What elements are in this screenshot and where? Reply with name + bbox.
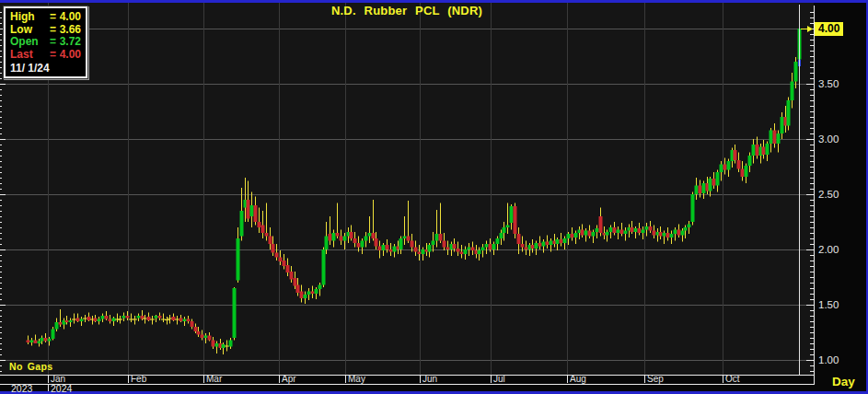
candlestick bbox=[340, 237, 343, 241]
candlestick bbox=[212, 341, 215, 347]
no-gaps-label: No Gaps bbox=[9, 361, 52, 372]
candlestick bbox=[609, 227, 613, 232]
candlestick bbox=[574, 233, 578, 238]
candlestick bbox=[485, 244, 489, 248]
candlestick bbox=[787, 100, 791, 126]
candlestick bbox=[204, 336, 208, 339]
info-row-open: Open=3.72 bbox=[10, 36, 81, 49]
candlestick bbox=[365, 237, 368, 241]
candlestick bbox=[745, 166, 748, 177]
candlestick bbox=[712, 179, 716, 186]
candlestick bbox=[258, 222, 261, 227]
ohlc-info-box: High=4.00 Low=3.66 Open=3.72 Last=4.00 1… bbox=[4, 6, 87, 78]
candlestick bbox=[336, 233, 340, 237]
candlestick bbox=[34, 341, 38, 344]
candlestick bbox=[261, 226, 265, 234]
price-chart-svg[interactable] bbox=[0, 0, 868, 394]
y-axis-label: 1.00 bbox=[818, 353, 839, 366]
last-price-badge: 4.00 bbox=[815, 22, 843, 36]
candlestick bbox=[137, 316, 141, 319]
info-value: 4.00 bbox=[59, 49, 81, 62]
timeframe-label[interactable]: Day bbox=[832, 375, 855, 388]
candlestick bbox=[237, 238, 240, 281]
candlestick bbox=[777, 133, 781, 144]
candlestick bbox=[446, 248, 450, 250]
info-label: High bbox=[10, 11, 47, 24]
candlestick bbox=[620, 230, 624, 235]
candlestick bbox=[670, 234, 674, 238]
candlestick bbox=[688, 225, 691, 228]
candlestick bbox=[322, 249, 326, 285]
candlestick bbox=[382, 245, 386, 250]
candlestick bbox=[663, 233, 666, 237]
candle-doji bbox=[72, 319, 76, 320]
candlestick bbox=[233, 288, 237, 338]
candlestick bbox=[720, 165, 723, 173]
x-axis-month-label: Feb bbox=[131, 375, 146, 384]
candlestick bbox=[709, 179, 712, 191]
candlestick bbox=[311, 292, 315, 295]
y-axis-label: 2.50 bbox=[818, 188, 839, 201]
candlestick bbox=[617, 230, 620, 234]
candlestick bbox=[41, 338, 44, 342]
candlestick bbox=[222, 344, 226, 348]
candlestick bbox=[105, 316, 109, 319]
candlestick bbox=[691, 194, 695, 222]
candlestick bbox=[443, 241, 446, 248]
candlestick bbox=[781, 117, 784, 133]
candlestick bbox=[272, 244, 275, 253]
candlestick bbox=[27, 341, 30, 343]
candlestick bbox=[727, 161, 731, 170]
candlestick bbox=[599, 216, 603, 233]
candlestick bbox=[535, 243, 538, 249]
candlestick bbox=[80, 319, 84, 322]
candlestick bbox=[247, 200, 250, 219]
candlestick bbox=[361, 241, 365, 248]
candlestick bbox=[101, 316, 105, 319]
info-row-low: Low=3.66 bbox=[10, 24, 81, 37]
candlestick bbox=[638, 228, 642, 233]
candlestick bbox=[677, 230, 681, 236]
candlestick bbox=[94, 319, 98, 322]
candlestick bbox=[290, 272, 294, 280]
candlestick bbox=[525, 248, 528, 250]
candlestick bbox=[581, 230, 584, 236]
chart-window: N.D. Rubber PCL (NDR) High=4.00 Low=3.66… bbox=[0, 0, 868, 394]
candlestick bbox=[368, 233, 372, 237]
info-row-high: High=4.00 bbox=[10, 11, 81, 24]
candle-doji bbox=[133, 319, 137, 320]
candlestick bbox=[435, 234, 439, 241]
candlestick bbox=[386, 245, 389, 249]
candlestick bbox=[112, 319, 116, 322]
candlestick bbox=[191, 321, 194, 327]
candlestick bbox=[481, 248, 485, 251]
candlestick bbox=[503, 227, 506, 233]
candlestick bbox=[294, 278, 297, 286]
candle-doji bbox=[118, 319, 122, 320]
candlestick bbox=[631, 227, 634, 232]
candlestick bbox=[531, 245, 535, 249]
candlestick bbox=[269, 237, 272, 245]
candlestick bbox=[87, 317, 91, 320]
info-label: Open bbox=[10, 36, 47, 49]
candlestick bbox=[723, 165, 727, 170]
candlestick bbox=[674, 230, 677, 235]
candlestick bbox=[30, 341, 34, 343]
candlestick bbox=[460, 252, 464, 255]
candlestick bbox=[766, 144, 770, 155]
candlestick bbox=[538, 243, 542, 247]
candle-doji bbox=[165, 319, 169, 320]
candlestick bbox=[762, 147, 766, 156]
candlestick bbox=[155, 316, 158, 319]
candlestick bbox=[432, 241, 435, 246]
x-axis-month-label: Sep bbox=[647, 375, 664, 384]
x-axis-month-label: Jul bbox=[493, 375, 505, 384]
candlestick bbox=[147, 317, 151, 320]
chart-title: N.D. Rubber PCL (NDR) bbox=[0, 4, 814, 17]
candle-doji bbox=[150, 319, 155, 320]
candlestick bbox=[109, 319, 112, 322]
candle-doji bbox=[225, 346, 229, 347]
candlestick bbox=[684, 227, 688, 231]
candle-doji bbox=[83, 319, 87, 319]
candlestick bbox=[563, 238, 567, 243]
